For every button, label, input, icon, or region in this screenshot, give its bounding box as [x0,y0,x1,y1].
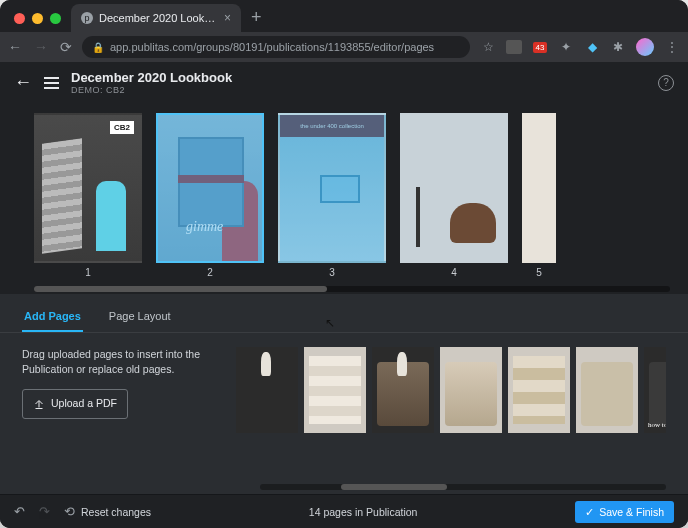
profile-avatar[interactable] [636,38,654,56]
publication-subtitle: DEMO: CB2 [71,85,646,95]
tray-thumb[interactable] [508,347,570,433]
url-text: app.publitas.com/groups/80191/publicatio… [110,41,434,53]
refresh-icon: ⟲ [64,504,75,519]
page-number: 5 [536,267,542,278]
tab-title: December 2020 Lookbook [99,12,218,24]
page-thumb-2[interactable]: gimme 2 [156,113,264,278]
check-icon: ✓ [585,506,594,518]
close-window-icon[interactable] [14,13,25,24]
redo-icon[interactable]: ↷ [39,504,50,519]
artwork-chair [450,203,496,243]
extension-icon[interactable] [506,40,522,54]
page-thumb-5[interactable]: 5 [522,113,556,278]
undo-icon[interactable]: ↶ [14,504,25,519]
help-icon[interactable]: ? [658,75,674,91]
page-number: 3 [329,267,335,278]
tray-thumb[interactable] [372,347,434,433]
back-arrow-icon[interactable]: ← [14,72,32,93]
save-label: Save & Finish [599,506,664,518]
selection-overlay [280,115,384,261]
panel-tabs: Add Pages Page Layout [0,294,688,333]
upload-label: Upload a PDF [51,396,117,411]
artwork-person [96,181,126,251]
browser-extensions: ☆ 43 ✦ ◆ ✱ ⋮ [480,38,680,56]
browser-window: p December 2020 Lookbook × + ← → ⟳ 🔒 app… [0,0,688,528]
browser-titlebar: p December 2020 Lookbook × + [0,0,688,32]
instructions-text: Drag uploaded pages to insert into the P… [22,347,222,377]
brand-logo: CB2 [110,121,134,134]
tab-page-layout[interactable]: Page Layout [107,304,173,332]
browser-tab[interactable]: p December 2020 Lookbook × [71,4,241,32]
pages-strip: CB2 1 gimme 2 [0,103,688,292]
bottom-panel: Add Pages Page Layout Drag uploaded page… [0,294,688,494]
extension-icon-2[interactable]: ✦ [558,39,574,55]
tray-thumb[interactable] [440,347,502,433]
upload-icon [33,398,45,410]
tray-scrollbar[interactable] [260,484,666,490]
artwork-stairs [42,138,82,254]
tray-thumb[interactable] [644,347,666,433]
reset-label: Reset changes [81,506,151,518]
page-number: 2 [207,267,213,278]
bookmark-star-icon[interactable]: ☆ [480,39,496,55]
tab-add-pages[interactable]: Add Pages [22,304,83,332]
artwork-lamp [416,187,420,247]
close-tab-icon[interactable]: × [224,11,231,25]
tray-thumb[interactable] [304,347,366,433]
page-number: 1 [85,267,91,278]
minimize-window-icon[interactable] [32,13,43,24]
page-number: 4 [451,267,457,278]
tray-thumb[interactable] [576,347,638,433]
page-thumb-1[interactable]: CB2 1 [34,113,142,278]
tab-favicon-icon: p [81,12,93,24]
instructions-pane: Drag uploaded pages to insert into the P… [22,347,222,478]
pages-scrollbar[interactable] [34,286,670,292]
reload-icon[interactable]: ⟳ [60,39,72,55]
upload-pdf-button[interactable]: Upload a PDF [22,389,128,418]
browser-toolbar: ← → ⟳ 🔒 app.publitas.com/groups/80191/pu… [0,32,688,62]
publication-title: December 2020 Lookbook [71,70,646,85]
selection-overlay [158,115,262,261]
lock-icon: 🔒 [92,42,104,53]
extension-icon-3[interactable]: ◆ [584,39,600,55]
footer-bar: ↶ ↷ ⟲ Reset changes 14 pages in Publicat… [0,494,688,528]
extension-badge-icon[interactable]: 43 [532,39,548,55]
page-count-status: 14 pages in Publication [165,506,561,518]
page-thumb-3[interactable]: the under 400 collection 3 [278,113,386,278]
maximize-window-icon[interactable] [50,13,61,24]
upload-tray [236,347,666,478]
app-header: ← December 2020 Lookbook DEMO: CB2 ? [0,62,688,103]
page-thumb-4[interactable]: 4 [400,113,508,278]
extensions-puzzle-icon[interactable]: ✱ [610,39,626,55]
browser-menu-icon[interactable]: ⋮ [664,39,680,55]
scrollbar-thumb[interactable] [34,286,327,292]
save-finish-button[interactable]: ✓ Save & Finish [575,501,674,523]
app-root: ← December 2020 Lookbook DEMO: CB2 ? CB2… [0,62,688,528]
address-bar[interactable]: 🔒 app.publitas.com/groups/80191/publicat… [82,36,470,58]
nav-forward-icon[interactable]: → [34,39,48,55]
reset-changes-button[interactable]: ⟲ Reset changes [64,504,151,519]
nav-back-icon[interactable]: ← [8,39,22,55]
window-controls [8,13,67,32]
scrollbar-thumb[interactable] [341,484,447,490]
hamburger-menu-icon[interactable] [44,77,59,89]
tray-thumb[interactable] [236,347,298,433]
new-tab-button[interactable]: + [241,7,272,32]
